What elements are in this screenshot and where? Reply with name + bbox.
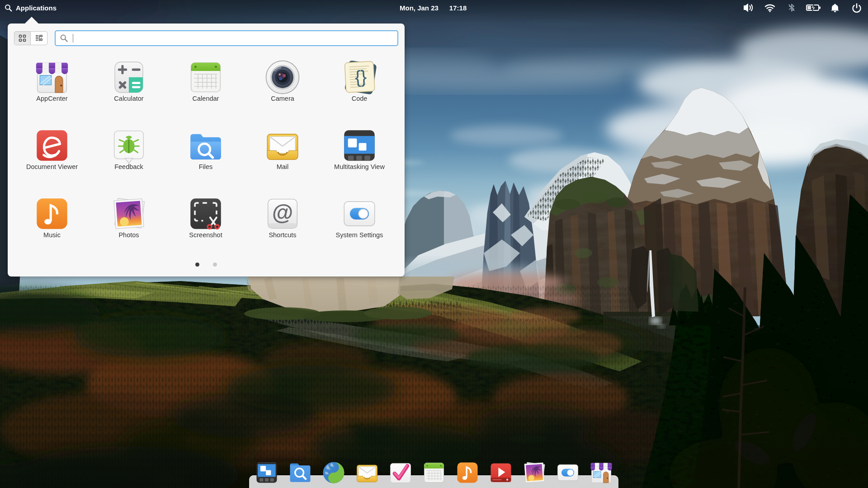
svg-text:@: @ [272,201,293,225]
svg-text:}: } [360,66,367,87]
